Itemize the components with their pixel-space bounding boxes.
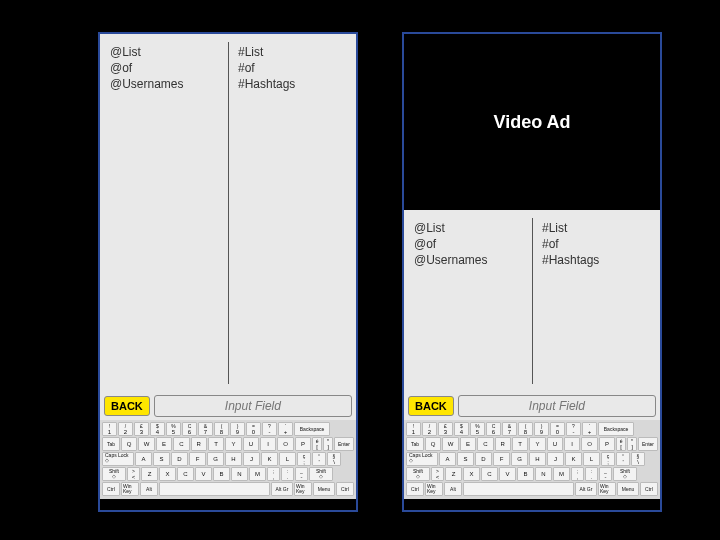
key[interactable]: é[ <box>616 437 626 451</box>
key[interactable]: F <box>493 452 510 466</box>
key[interactable]: >< <box>127 467 140 481</box>
shift-key[interactable]: Shift◇ <box>406 467 430 481</box>
key[interactable]: H <box>225 452 242 466</box>
key[interactable]: :. <box>585 467 598 481</box>
key[interactable]: I <box>564 437 580 451</box>
key[interactable]: P <box>599 437 615 451</box>
key[interactable]: §\ <box>631 452 645 466</box>
key[interactable]: P <box>295 437 311 451</box>
back-button[interactable]: BACK <box>408 396 454 416</box>
menu-key[interactable]: Menu <box>313 482 335 496</box>
key[interactable]: $4 <box>150 422 165 436</box>
key[interactable]: T <box>208 437 224 451</box>
key[interactable]: >< <box>431 467 444 481</box>
key[interactable]: /2 <box>118 422 133 436</box>
tab-key[interactable]: Tab <box>406 437 424 451</box>
key[interactable]: C <box>477 437 493 451</box>
shift-key[interactable]: Shift◇ <box>309 467 333 481</box>
key[interactable]: K <box>261 452 278 466</box>
key[interactable]: T <box>512 437 528 451</box>
key[interactable]: £3 <box>134 422 149 436</box>
key[interactable]: (8 <box>518 422 533 436</box>
shift-key[interactable]: Shift◇ <box>613 467 637 481</box>
key[interactable]: !1 <box>406 422 421 436</box>
key[interactable]: M <box>553 467 570 481</box>
key[interactable]: ;, <box>267 467 280 481</box>
key[interactable]: U <box>547 437 563 451</box>
key[interactable]: J <box>243 452 260 466</box>
key[interactable]: D <box>171 452 188 466</box>
key[interactable]: `+ <box>582 422 597 436</box>
enter-key[interactable]: Enter <box>334 437 354 451</box>
key[interactable]: B <box>517 467 534 481</box>
key[interactable]: )9 <box>230 422 245 436</box>
onscreen-keyboard[interactable]: !1/2£3$4%5C6&7(8)9=0?-`+BackspaceTabQWEC… <box>404 420 660 499</box>
ctrl-key[interactable]: Ctrl <box>640 482 658 496</box>
key[interactable]: W <box>442 437 458 451</box>
altgr-key[interactable]: Alt Gr <box>271 482 293 496</box>
key[interactable]: &7 <box>198 422 213 436</box>
key[interactable]: L <box>279 452 296 466</box>
space-key[interactable] <box>159 482 270 496</box>
ctrl-key[interactable]: Ctrl <box>336 482 354 496</box>
capslock-key[interactable]: Caps Lock◇ <box>102 452 134 466</box>
win-key[interactable]: Win Key <box>121 482 139 496</box>
key[interactable]: °' <box>616 452 630 466</box>
key[interactable]: Y <box>529 437 545 451</box>
altgr-key[interactable]: Alt Gr <box>575 482 597 496</box>
input-field[interactable] <box>458 395 656 417</box>
key[interactable]: D <box>475 452 492 466</box>
key[interactable]: £3 <box>438 422 453 436</box>
capslock-key[interactable]: Caps Lock◇ <box>406 452 438 466</box>
key[interactable]: Q <box>121 437 137 451</box>
key[interactable]: S <box>153 452 170 466</box>
key[interactable]: B <box>213 467 230 481</box>
key[interactable]: ;, <box>571 467 584 481</box>
ctrl-key[interactable]: Ctrl <box>102 482 120 496</box>
key[interactable]: Y <box>225 437 241 451</box>
key[interactable]: &7 <box>502 422 517 436</box>
key[interactable]: O <box>581 437 597 451</box>
key[interactable]: R <box>495 437 511 451</box>
key[interactable]: E <box>460 437 476 451</box>
key[interactable]: Q <box>425 437 441 451</box>
menu-key[interactable]: Menu <box>617 482 639 496</box>
key[interactable]: I <box>260 437 276 451</box>
key[interactable]: _- <box>599 467 612 481</box>
key[interactable]: L <box>583 452 600 466</box>
key[interactable]: ?- <box>566 422 581 436</box>
shift-key[interactable]: Shift◇ <box>102 467 126 481</box>
input-field[interactable] <box>154 395 352 417</box>
back-button[interactable]: BACK <box>104 396 150 416</box>
onscreen-keyboard[interactable]: !1/2£3$4%5C6&7(8)9=0?-`+BackspaceTabQWEC… <box>100 420 356 499</box>
backspace-key[interactable]: Backspace <box>598 422 634 436</box>
key[interactable]: M <box>249 467 266 481</box>
key[interactable]: G <box>207 452 224 466</box>
key[interactable]: C <box>481 467 498 481</box>
key[interactable]: K <box>565 452 582 466</box>
key[interactable]: :. <box>281 467 294 481</box>
key[interactable]: A <box>135 452 152 466</box>
win-key[interactable]: Win Key <box>294 482 312 496</box>
key[interactable]: H <box>529 452 546 466</box>
key[interactable]: `+ <box>278 422 293 436</box>
key[interactable]: °' <box>312 452 326 466</box>
key[interactable]: X <box>463 467 480 481</box>
key[interactable]: O <box>277 437 293 451</box>
key[interactable]: S <box>457 452 474 466</box>
key[interactable]: §\ <box>327 452 341 466</box>
key[interactable]: )9 <box>534 422 549 436</box>
key[interactable]: !1 <box>102 422 117 436</box>
key[interactable]: *] <box>323 437 333 451</box>
key[interactable]: C <box>173 437 189 451</box>
key[interactable]: X <box>159 467 176 481</box>
win-key[interactable]: Win Key <box>598 482 616 496</box>
alt-key[interactable]: Alt <box>444 482 462 496</box>
key[interactable]: Z <box>141 467 158 481</box>
key[interactable]: ç; <box>297 452 311 466</box>
key[interactable]: ?- <box>262 422 277 436</box>
key[interactable]: =0 <box>550 422 565 436</box>
key[interactable]: J <box>547 452 564 466</box>
backspace-key[interactable]: Backspace <box>294 422 330 436</box>
tab-key[interactable]: Tab <box>102 437 120 451</box>
